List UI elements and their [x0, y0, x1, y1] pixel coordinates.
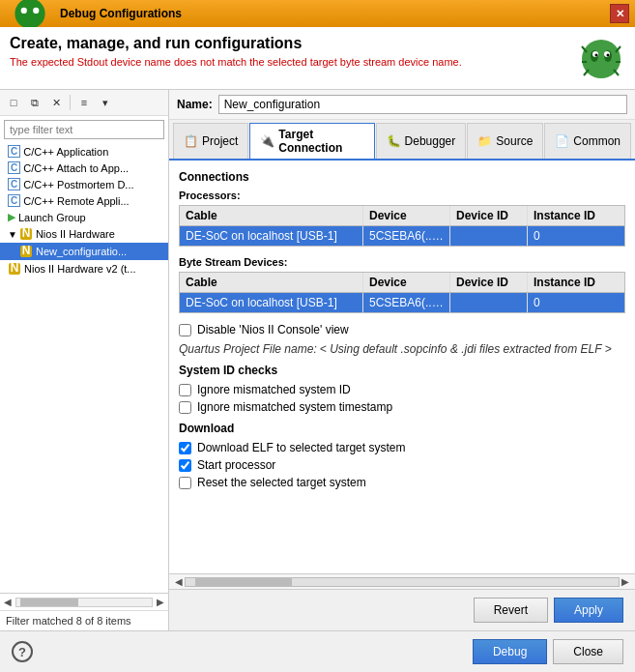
tree-item-cpp-app[interactable]: C C/C++ Application — [0, 143, 168, 160]
left-panel-scrollbar: ◀ ▶ — [0, 593, 168, 610]
processors-cable-0: DE-SoC on localhost [USB-1] — [180, 226, 363, 246]
processors-row-0[interactable]: DE-SoC on localhost [USB-1] 5CSEBA6(... … — [180, 226, 624, 246]
quartus-proj-label: Quartus Project File name: — [179, 342, 317, 356]
title-bar: Debug Configurations ✕ — [0, 0, 635, 27]
name-input[interactable] — [218, 95, 627, 114]
close-button[interactable]: Close — [553, 639, 623, 664]
tree-item-nios2-hw2[interactable]: N Nios II Hardware v2 (t... — [0, 260, 168, 278]
quartus-proj-row: Quartus Project File name: < Using defau… — [179, 342, 625, 356]
scroll-content-right-icon[interactable]: ▶ — [620, 576, 631, 587]
tab-debugger[interactable]: 🐛 Debugger — [376, 123, 467, 159]
nios2-hw-icon: N — [19, 227, 33, 241]
tree-item-cpp-remote[interactable]: C C/C++ Remote Appli... — [0, 192, 168, 209]
svg-point-1 — [21, 8, 27, 14]
ignore-timestamp-checkbox[interactable] — [179, 401, 191, 414]
byte-stream-row-0[interactable]: DE-SoC on localhost [USB-1] 5CSEBA6(... … — [180, 293, 624, 312]
svg-point-2 — [33, 8, 39, 14]
warning-message: The expected Stdout device name does not… — [10, 56, 462, 68]
processors-table: Cable Device Device ID Instance ID DE-So… — [179, 205, 625, 247]
tree-item-new-config[interactable]: N New_configuratio... — [0, 243, 168, 260]
content-scroll-track[interactable] — [185, 577, 620, 587]
reset-target-label: Reset the selected target system — [197, 476, 366, 489]
content-area: □ ⧉ ✕ ≡ ▾ C C/C++ Application C C — [0, 90, 635, 630]
col-device-2: Device — [363, 273, 450, 292]
ignore-system-id-checkbox[interactable] — [179, 384, 191, 396]
name-label: Name: — [177, 98, 213, 111]
tree-label-cpp-postmortem: C/C++ Postmortem D... — [23, 179, 133, 190]
tree-item-nios2-hw[interactable]: ▼ N Nios II Hardware — [0, 225, 168, 243]
reset-target-checkbox[interactable] — [179, 477, 191, 489]
disable-console-label: Disable 'Nios II Console' view — [197, 323, 349, 336]
toolbar-separator — [70, 95, 71, 110]
processors-label: Processors: — [179, 190, 625, 201]
filter-input[interactable] — [4, 120, 164, 139]
delete-config-button[interactable]: ✕ — [46, 93, 66, 112]
col-instance-id-2: Instance ID — [528, 273, 605, 292]
svg-text:N: N — [22, 245, 31, 257]
tree-label-nios2-hw2: Nios II Hardware v2 (t... — [24, 263, 136, 275]
tab-content: Connections Processors: Cable Device Dev… — [169, 161, 635, 573]
scroll-content-left-icon[interactable]: ◀ — [173, 576, 185, 587]
tab-common[interactable]: 📄 Common — [544, 123, 631, 159]
svg-point-9 — [607, 54, 610, 57]
start-processor-label: Start processor — [197, 458, 275, 472]
disable-console-checkbox[interactable] — [179, 324, 191, 336]
download-elf-checkbox[interactable] — [179, 442, 191, 454]
content-scroll-thumb — [195, 578, 292, 586]
tab-project[interactable]: 📋 Project — [173, 123, 248, 159]
tree-item-launch-group[interactable]: ▶ Launch Group — [0, 209, 168, 225]
svg-point-8 — [595, 54, 598, 57]
debugger-tab-label: Debugger — [405, 134, 456, 148]
ignore-system-id-label: Ignore mismatched system ID — [197, 383, 351, 396]
close-window-button[interactable]: ✕ — [610, 4, 629, 23]
cpp-icon: C — [8, 145, 20, 158]
connections-title: Connections — [179, 170, 625, 184]
scroll-right-icon[interactable]: ▶ — [157, 597, 164, 607]
filter-button[interactable]: ≡ — [74, 93, 94, 112]
byte-stream-instanceid-0: 0 — [528, 293, 605, 312]
disable-console-row: Disable 'Nios II Console' view — [179, 323, 625, 336]
window-title: Debug Configurations — [60, 7, 182, 20]
tree-label-launch-group: Launch Group — [18, 212, 86, 223]
new-config-button[interactable]: □ — [4, 93, 23, 112]
bug-logo-icon — [577, 35, 625, 83]
tab-target-connection[interactable]: 🔌 Target Connection — [249, 123, 374, 159]
tree-item-cpp-postmortem[interactable]: C C/C++ Postmortem D... — [0, 176, 168, 192]
target-tab-icon: 🔌 — [260, 134, 274, 148]
tree-label-cpp-app: C/C++ Application — [23, 146, 108, 158]
left-panel: □ ⧉ ✕ ≡ ▾ C C/C++ Application C C — [0, 90, 169, 630]
cpp-postmortem-icon: C — [8, 178, 20, 190]
ignore-timestamp-label: Ignore mismatched system timestamp — [197, 400, 392, 414]
cpp-attach-icon: C — [8, 161, 20, 174]
project-tab-label: Project — [202, 134, 238, 148]
processors-instanceid-0: 0 — [528, 226, 605, 246]
tab-source[interactable]: 📁 Source — [467, 123, 543, 159]
expand-icon: ▼ — [8, 229, 17, 240]
target-tab-label: Target Connection — [278, 128, 363, 155]
byte-stream-device-0: 5CSEBA6(... 2 — [363, 293, 450, 312]
dialog-footer: ? Debug Close — [0, 630, 635, 672]
apply-button[interactable]: Apply — [554, 598, 623, 623]
revert-button[interactable]: Revert — [474, 598, 548, 623]
svg-point-3 — [582, 40, 621, 78]
start-processor-row: Start processor — [179, 458, 625, 472]
start-processor-checkbox[interactable] — [179, 459, 191, 472]
tree-label-nios2-hw: Nios II Hardware — [36, 228, 115, 240]
help-icon[interactable]: ? — [12, 641, 33, 662]
col-instance-id-1: Instance ID — [528, 206, 605, 225]
page-title: Create, manage, and run configurations — [10, 35, 462, 52]
scroll-left-icon[interactable]: ◀ — [4, 597, 12, 607]
col-cable-2: Cable — [180, 273, 363, 292]
more-button[interactable]: ▾ — [96, 93, 115, 112]
tree-item-cpp-attach[interactable]: C C/C++ Attach to App... — [0, 160, 168, 176]
new-config-icon: N — [19, 245, 33, 258]
source-tab-icon: 📁 — [477, 134, 492, 148]
debug-button[interactable]: Debug — [473, 639, 547, 664]
horizontal-scroll-track[interactable] — [15, 598, 153, 607]
duplicate-config-button[interactable]: ⧉ — [25, 93, 44, 112]
processors-header: Cable Device Device ID Instance ID — [180, 206, 624, 226]
reset-target-row: Reset the selected target system — [179, 476, 625, 489]
common-tab-icon: 📄 — [555, 134, 569, 148]
col-cable-1: Cable — [180, 206, 363, 225]
byte-stream-deviceid-0 — [450, 293, 528, 312]
